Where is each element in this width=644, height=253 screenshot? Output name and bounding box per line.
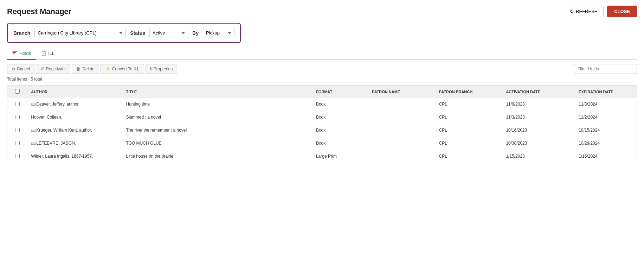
row-checkbox[interactable] [15,128,20,132]
cell-patron-name [368,150,436,163]
status-label: Status [130,30,145,36]
cell-expiration-date: 11/2/2024 [575,111,637,124]
column-checkbox [7,86,27,98]
cancel-button[interactable]: ⊘ Cancel [7,64,34,74]
cell-activation-date: 11/9/2023 [502,98,575,111]
cell-author: Hoover, Colleen. [27,111,122,124]
table-row: 📖Deaver, Jeffery, author.Hunting timeBoo… [7,98,637,111]
table-row: 📖Krueger, William Kent, author.The river… [7,124,637,137]
header-actions: ↻ REFRESH CLOSE [564,6,637,17]
convert-icon: ⚡ [105,67,110,71]
cell-title: The river we remember : a novel [122,124,312,137]
cell-activation-date: 10/16/2023 [502,124,575,137]
filter-holds-container [574,64,637,74]
column-format: FORMAT [313,86,368,98]
cell-patron-branch: CPL [436,111,503,124]
status-select[interactable]: ActiveInactiveAll [149,28,188,38]
row-checkbox[interactable] [15,154,20,158]
by-label: By [192,30,199,36]
tab-ill[interactable]: 📋 ILL [36,48,59,60]
cell-patron-branch: CPL [436,124,503,137]
row-checkbox[interactable] [15,141,20,145]
holds-table: AUTHOR TITLE FORMAT PATRON NAME PATRON B… [7,86,637,163]
book-icon: 📖 [31,141,35,146]
tab-holds-label: Holds [19,51,31,56]
holds-table-container: AUTHOR TITLE FORMAT PATRON NAME PATRON B… [7,85,637,163]
table-row: 📖LEFEBVRE, JASON.TOO MUCH GLUE.BookCPL10… [7,137,637,150]
ill-icon: 📋 [41,51,46,56]
close-button[interactable]: CLOSE [607,6,637,17]
cell-activation-date: 11/3/2023 [502,111,575,124]
cell-patron-name [368,124,436,137]
table-row: Hoover, Colleen.Slammed : a novelBookCPL… [7,111,637,124]
column-title: TITLE [122,86,312,98]
toolbar: ⊘ Cancel ↺ Reactivate 🗑 Delete ⚡ Convert… [7,64,637,74]
page-header: Request Manager ↻ REFRESH CLOSE [7,6,637,17]
column-patron-name: PATRON NAME [368,86,436,98]
cell-expiration-date: 10/29/2024 [575,137,637,150]
book-icon: 📖 [31,102,35,107]
filter-holds-input[interactable] [574,64,637,74]
tab-holds[interactable]: 🚩 Holds [7,48,36,60]
cancel-icon: ⊘ [12,67,15,71]
column-expiration-date: EXPIRATION DATE [575,86,637,98]
reactivate-icon: ↺ [40,67,44,71]
delete-icon: 🗑 [76,67,80,71]
cell-title: Hunting time [122,98,312,111]
toolbar-left: ⊘ Cancel ↺ Reactivate 🗑 Delete ⚡ Convert… [7,64,177,74]
row-checkbox[interactable] [15,115,20,119]
summary-text: Total items | 5 total [7,77,637,82]
column-patron-branch: PATRON BRANCH [436,86,503,98]
cell-patron-name [368,111,436,124]
cell-author: 📖Krueger, William Kent, author. [27,124,122,137]
tab-ill-label: ILL [48,51,54,56]
cell-activation-date: 1/15/2023 [502,150,575,163]
cell-patron-branch: CPL [436,150,503,163]
select-all-checkbox[interactable] [15,89,20,94]
cell-patron-branch: CPL [436,98,503,111]
cell-author: 📖Deaver, Jeffery, author. [27,98,122,111]
cell-format: Book [313,124,368,137]
cell-author: Wilder, Laura Ingalls, 1867-1957. [27,150,122,163]
filter-box: Branch Carrington City Library (CPL) Sta… [7,23,241,43]
cell-title: TOO MUCH GLUE. [122,137,312,150]
table-row: Wilder, Laura Ingalls, 1867-1957.Little … [7,150,637,163]
cell-expiration-date: 11/8/2024 [575,98,637,111]
cell-format: Book [313,98,368,111]
row-checkbox[interactable] [15,102,20,106]
cell-patron-name [368,98,436,111]
tabs-bar: 🚩 Holds 📋 ILL [7,48,637,60]
delete-button[interactable]: 🗑 Delete [72,64,99,74]
refresh-button[interactable]: ↻ REFRESH [564,6,604,17]
refresh-icon: ↻ [570,9,574,14]
convert-to-ill-button[interactable]: ⚡ Convert To ILL [101,64,144,74]
holds-icon: 🚩 [12,51,18,56]
properties-button[interactable]: ℹ Properties [146,64,178,74]
table-header-row: AUTHOR TITLE FORMAT PATRON NAME PATRON B… [7,86,637,98]
cell-title: Slammed : a novel [122,111,312,124]
by-select[interactable]: PickupBranch [203,28,234,38]
cell-activation-date: 10/30/2023 [502,137,575,150]
book-icon: 📖 [31,128,35,133]
reactivate-button[interactable]: ↺ Reactivate [36,64,70,74]
column-activation-date: ACTIVATION DATE [502,86,575,98]
cell-format: Large Print [313,150,368,163]
cell-title: Little house on the prairie [122,150,312,163]
cell-expiration-date: 1/15/2024 [575,150,637,163]
cell-author: 📖LEFEBVRE, JASON. [27,137,122,150]
column-author: AUTHOR [27,86,122,98]
cell-format: Book [313,111,368,124]
properties-icon: ℹ [150,67,152,71]
cell-format: Book [313,137,368,150]
cell-patron-name [368,137,436,150]
page-title: Request Manager [7,7,71,16]
branch-label: Branch [13,30,30,36]
branch-select[interactable]: Carrington City Library (CPL) [34,28,126,38]
cell-expiration-date: 10/15/2024 [575,124,637,137]
cell-patron-branch: CPL [436,137,503,150]
